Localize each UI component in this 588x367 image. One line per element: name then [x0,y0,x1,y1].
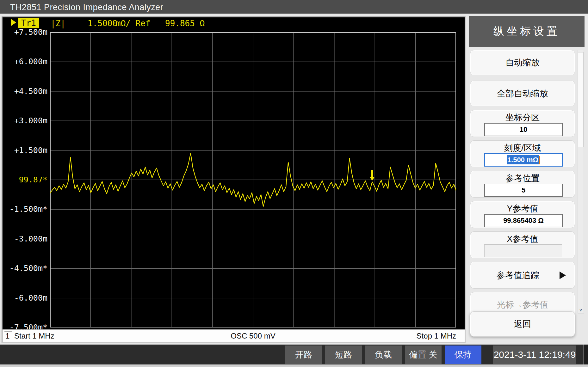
trace-status-line: Tr1 |Z| 1.5000 mΩ/ Ref 99.865 Ω [3,19,465,28]
marker-to-ref-label: 光标→参考值 [470,299,575,310]
active-trace-arrow-icon [11,19,16,26]
chart-grid-area [50,32,456,327]
trace-scale-value: 1.5000 [88,19,117,28]
y-axis-tick-label: +4.500m [3,87,47,96]
sweep-stop-label: Stop 1 MHz [417,332,456,340]
y-axis-tick-label: -6.000m [3,293,47,303]
y-ref-input[interactable]: 99.865403 Ω [484,214,563,227]
divisions-label: 坐标分区 [470,112,575,123]
trace-parameter: |Z| [51,19,65,28]
trace-badge[interactable]: Tr1 [18,18,39,28]
title-bar: TH2851 Precision Impedance Analyzer [0,0,588,14]
x-ref-input[interactable] [484,244,562,257]
screen-right-edge [584,345,588,365]
scale-per-div-label: 刻度/区域 [470,142,575,154]
x-ref-label: X参考值 [470,233,575,245]
open-correction-button[interactable]: 开路 [285,346,322,364]
scrollbar-thumb[interactable] [578,52,584,147]
autoscale-all-label: 全部自动缩放 [470,88,575,99]
sidebar-scrollbar[interactable]: ^ v [578,50,584,314]
ref-position-input[interactable]: 5 [484,184,563,197]
y-axis-tick-label: +3.000m [3,116,47,125]
x-axis-strip: 1 Start 1 MHz OSC 500 mV Stop 1 MHz [3,329,465,342]
autoscale-all-button[interactable]: 全部自动缩放 [470,81,575,106]
ref-position-label: 参考位置 [470,173,575,184]
y-axis-tick-label: 99.87* [3,175,47,185]
status-bar: 开路 短路 负载 偏置 关 保持 2021-3-11 12:19:49 [0,345,588,367]
hold-button[interactable]: 保持 [445,346,481,364]
y-axis-tick-label: -3.000m [3,234,47,244]
load-correction-button[interactable]: 负载 [365,346,402,364]
scale-per-div-input[interactable]: 1.500 mΩ [484,153,563,167]
y-axis-tick-label: +1.500m [3,146,47,155]
impedance-trace-chart [50,32,456,327]
divisions-input[interactable]: 10 [484,123,563,136]
scale-per-div-value: 1.500 mΩ [507,155,539,164]
y-ref-label: Y参考值 [470,203,575,214]
y-axis-tick-label: +7.500m [3,28,47,37]
x-ref-field: X参考值 [470,231,575,258]
trace-reference-value: 99.865 Ω [165,19,205,28]
y-axis-tick-label: -1.500m* [3,205,47,214]
instrument-screen: { "window": { "title": "TH2851 Precision… [0,0,588,367]
short-correction-button[interactable]: 短路 [325,346,362,364]
ref-track-button[interactable]: 参考值追踪 [470,262,575,289]
trace-scale-unit: mΩ/ Ref [116,19,151,28]
divisions-field: 坐标分区 10 [470,110,575,137]
trace-marker-icon [369,170,374,180]
scroll-down-icon[interactable]: v [578,306,584,313]
y-axis-tick-label: -4.500m* [3,264,47,273]
measurement-plot-panel: Tr1 |Z| 1.5000 mΩ/ Ref 99.865 Ω +7.500m+… [2,16,466,343]
scale-per-div-field: 刻度/区域 1.500 mΩ [470,140,575,167]
sweep-start-label: Start 1 MHz [14,332,54,340]
datetime-display: 2021-3-11 12:19:49 [493,346,576,364]
y-axis-tick-label: +6.000m [3,57,47,66]
sidebar-header: 纵坐标设置 [469,16,585,47]
bias-status-button[interactable]: 偏置 关 [405,346,442,364]
submenu-arrow-icon [560,272,566,279]
y-ref-field: Y参考值 99.865403 Ω [470,201,575,228]
statusbar-bottom-edge [0,364,588,367]
ref-track-label: 参考值追踪 [470,270,575,281]
ref-position-field: 参考位置 5 [470,171,575,198]
text-caret [539,156,540,164]
autoscale-label: 自动缩放 [470,57,575,68]
window-title: TH2851 Precision Impedance Analyzer [10,3,163,12]
channel-indicator: 1 [4,331,12,340]
autoscale-button[interactable]: 自动缩放 [470,50,575,75]
back-button[interactable]: 返回 [470,311,575,337]
back-label: 返回 [470,318,575,330]
